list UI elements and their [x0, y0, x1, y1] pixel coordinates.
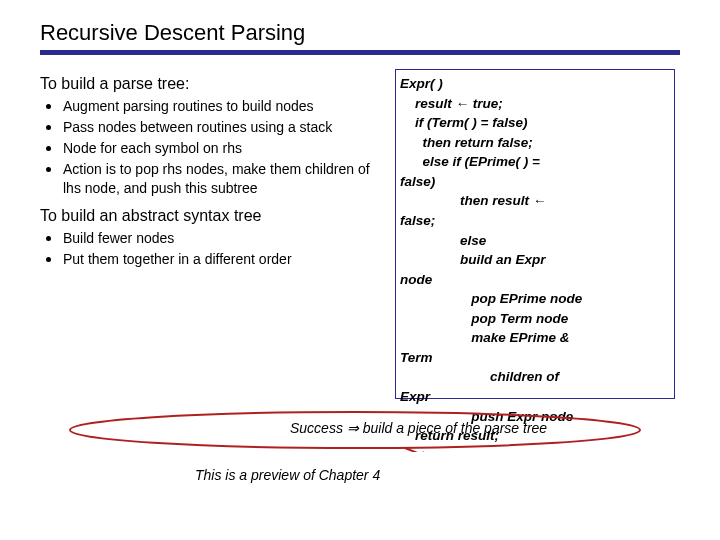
right-column: Expr( ) result ← true; if (Term( ) = fal… — [395, 69, 675, 399]
content-area: To build a parse tree: Augment parsing r… — [40, 69, 680, 399]
bullets-ast: Build fewer nodes Put them together in a… — [40, 229, 385, 269]
annotation-success: Success ⇒ build a piece of the parse tre… — [290, 420, 547, 436]
code-line: children of — [400, 369, 559, 384]
code-line: false; — [400, 213, 435, 228]
bullet-text: Node for each symbol on rhs — [63, 139, 385, 158]
code-line: then result ← — [400, 193, 546, 208]
code-line: pop EPrime node — [400, 291, 582, 306]
list-item: Put them together in a different order — [46, 250, 385, 269]
code-line: pop Term node — [400, 311, 568, 326]
code-line: node — [400, 272, 432, 287]
code-line: then return false; — [400, 135, 533, 150]
code-line: Expr — [400, 389, 430, 404]
slide-title: Recursive Descent Parsing — [40, 20, 680, 46]
code-line: Expr( ) — [400, 76, 443, 91]
list-item: Node for each symbol on rhs — [46, 139, 385, 158]
code-line: if (Term( ) = false) — [400, 115, 527, 130]
bullet-dot — [46, 236, 51, 241]
code-line: result ← true; — [400, 96, 503, 111]
code-box: Expr( ) result ← true; if (Term( ) = fal… — [395, 69, 675, 399]
annotation-preview: This is a preview of Chapter 4 — [195, 467, 380, 483]
annotation-prefix: Success ⇒ — [290, 420, 363, 436]
subhead-parse-tree: To build a parse tree: — [40, 75, 385, 93]
list-item: Pass nodes between routines using a stac… — [46, 118, 385, 137]
code-line: else if (EPrime( ) = — [400, 154, 540, 169]
code-line: Term — [400, 350, 433, 365]
svg-marker-1 — [420, 451, 430, 452]
bullet-text: Action is to pop rhs nodes, make them ch… — [63, 160, 385, 198]
bullet-text: Augment parsing routines to build nodes — [63, 97, 385, 116]
bullet-dot — [46, 257, 51, 262]
list-item: Augment parsing routines to build nodes — [46, 97, 385, 116]
bullet-dot — [46, 125, 51, 130]
code-line: false) — [400, 174, 435, 189]
code-line: make EPrime & — [400, 330, 570, 345]
bullets-parse-tree: Augment parsing routines to build nodes … — [40, 97, 385, 197]
list-item: Build fewer nodes — [46, 229, 385, 248]
list-item: Action is to pop rhs nodes, make them ch… — [46, 160, 385, 198]
bullet-dot — [46, 146, 51, 151]
bullet-dot — [46, 167, 51, 172]
code-line: else — [400, 233, 486, 248]
bullet-text: Pass nodes between routines using a stac… — [63, 118, 385, 137]
bullet-text: Build fewer nodes — [63, 229, 385, 248]
subhead-ast: To build an abstract syntax tree — [40, 207, 385, 225]
bullet-text: Put them together in a different order — [63, 250, 385, 269]
title-underline — [40, 50, 680, 55]
bullet-dot — [46, 104, 51, 109]
annotation-body: build a piece of the parse tree — [363, 420, 547, 436]
left-column: To build a parse tree: Augment parsing r… — [40, 69, 385, 399]
code-line: build an Expr — [400, 252, 546, 267]
